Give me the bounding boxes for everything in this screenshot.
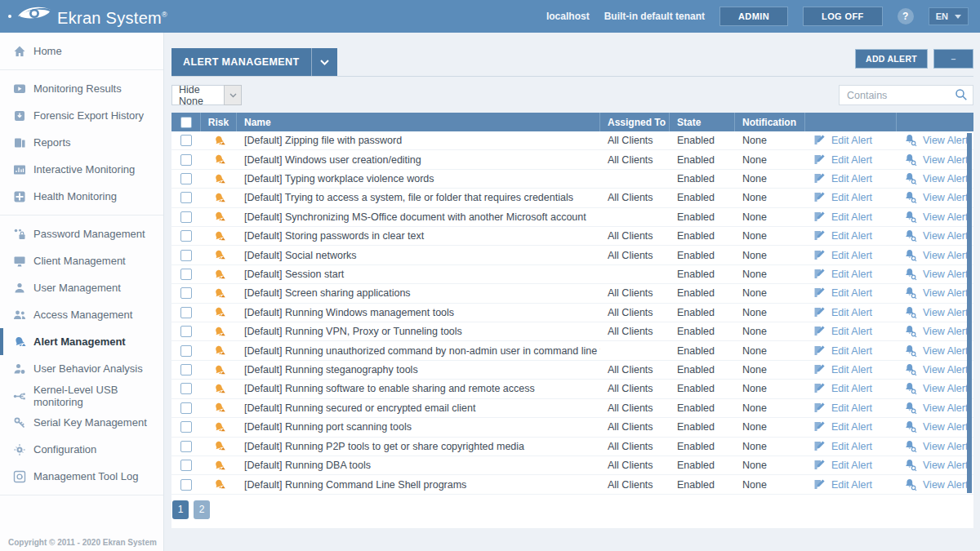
row-checkbox[interactable] — [180, 250, 192, 261]
select-all-checkbox[interactable] — [180, 117, 192, 128]
view-alert-link[interactable]: View Alert — [904, 306, 968, 319]
sidebar-item-interactive-monitoring[interactable]: Interactive Monitoring — [0, 156, 163, 183]
row-checkbox[interactable] — [180, 402, 192, 414]
admin-button[interactable]: ADMIN — [719, 7, 788, 26]
state: Enabled — [670, 438, 735, 455]
pagination-page-1[interactable]: 1 — [172, 500, 189, 519]
view-alert-link[interactable]: View Alert — [904, 363, 968, 376]
view-alert-link[interactable]: View Alert — [904, 191, 968, 204]
edit-alert-link[interactable]: Edit Alert — [813, 344, 872, 358]
sidebar-item-kernel-usb-monitoring[interactable]: Kernel-Level USB monitoring — [0, 382, 163, 409]
language-select[interactable]: EN — [929, 7, 969, 25]
page-tab-alert-management[interactable]: ALERT MANAGEMENT — [172, 48, 337, 76]
pagination-page-2[interactable]: 2 — [194, 500, 210, 519]
edit-alert-link[interactable]: Edit Alert — [813, 440, 872, 453]
edit-alert-link[interactable]: Edit Alert — [813, 268, 872, 281]
row-checkbox[interactable] — [180, 230, 192, 242]
page-menu-dropdown[interactable] — [311, 48, 337, 76]
column-header-assigned-to[interactable]: Assigned To — [600, 113, 670, 131]
row-checkbox[interactable] — [180, 479, 192, 491]
sidebar-item-forensic-export-history[interactable]: Forensic Export History — [0, 102, 163, 129]
row-checkbox[interactable] — [180, 192, 192, 203]
sidebar-item-password-management[interactable]: Password Management — [0, 220, 163, 247]
edit-alert-link[interactable]: Edit Alert — [813, 363, 872, 376]
view-alert-link[interactable]: View Alert — [904, 134, 968, 147]
view-alert-link[interactable]: View Alert — [904, 440, 968, 453]
view-alert-link[interactable]: View Alert — [904, 229, 968, 242]
view-alert-link[interactable]: View Alert — [904, 268, 968, 281]
ekran-logo[interactable]: Ekran System® — [0, 0, 167, 34]
edit-icon — [813, 344, 826, 358]
search-input[interactable] — [839, 85, 973, 105]
sidebar-item-configuration[interactable]: Configuration — [0, 436, 163, 463]
column-header-risk[interactable]: Risk — [201, 113, 237, 131]
row-checkbox[interactable] — [180, 307, 192, 318]
view-alert-link[interactable]: View Alert — [904, 478, 968, 491]
table-scrollbar[interactable] — [967, 133, 972, 493]
hide-filter-select[interactable]: Hide None — [172, 85, 242, 105]
column-header-notification[interactable]: Notification — [735, 113, 805, 131]
sidebar-item-access-management[interactable]: Access Management — [0, 301, 163, 328]
sidebar-item-management-tool-log[interactable]: Management Tool Log — [0, 463, 163, 490]
sidebar-item-health-monitoring[interactable]: Health Monitoring — [0, 183, 163, 210]
row-checkbox[interactable] — [180, 441, 192, 452]
edit-alert-link[interactable]: Edit Alert — [813, 478, 872, 491]
logoff-button[interactable]: LOG OFF — [803, 7, 883, 26]
view-alert-link[interactable]: View Alert — [904, 344, 968, 358]
add-alert-button[interactable]: ADD ALERT — [855, 49, 928, 69]
edit-alert-link[interactable]: Edit Alert — [813, 287, 872, 300]
edit-alert-link[interactable]: Edit Alert — [813, 134, 872, 147]
view-alert-link[interactable]: View Alert — [904, 420, 968, 433]
more-button[interactable]: – — [933, 49, 973, 69]
row-checkbox[interactable] — [180, 421, 192, 433]
search-icon[interactable] — [955, 88, 968, 101]
edit-alert-link[interactable]: Edit Alert — [813, 211, 872, 224]
view-alert-link[interactable]: View Alert — [904, 249, 968, 262]
column-header-name[interactable]: Name — [237, 113, 600, 131]
view-alert-link[interactable]: View Alert — [904, 382, 968, 395]
edit-alert-link[interactable]: Edit Alert — [813, 420, 872, 433]
sidebar-item-client-management[interactable]: Client Management — [0, 247, 163, 274]
sidebar-item-monitoring-results[interactable]: Monitoring Results — [0, 75, 163, 102]
view-alert-link[interactable]: View Alert — [904, 153, 968, 167]
edit-alert-link[interactable]: Edit Alert — [813, 229, 872, 242]
edit-alert-link[interactable]: Edit Alert — [813, 153, 872, 167]
view-alert-link[interactable]: View Alert — [904, 287, 968, 300]
edit-alert-link[interactable]: Edit Alert — [813, 382, 872, 395]
edit-alert-link[interactable]: Edit Alert — [813, 249, 872, 262]
state: Enabled — [670, 265, 735, 283]
view-alert-link[interactable]: View Alert — [904, 325, 968, 338]
edit-alert-link[interactable]: Edit Alert — [813, 191, 872, 204]
row-checkbox[interactable] — [180, 460, 192, 471]
row-checkbox[interactable] — [180, 211, 192, 223]
edit-alert-link[interactable]: Edit Alert — [813, 325, 872, 338]
sidebar-item-user-management[interactable]: User Management — [0, 274, 163, 301]
edit-alert-link[interactable]: Edit Alert — [813, 306, 872, 319]
row-checkbox[interactable] — [180, 326, 192, 337]
sidebar-item-alert-management[interactable]: Alert Management — [0, 328, 163, 355]
row-checkbox[interactable] — [180, 269, 192, 280]
notification: None — [735, 189, 805, 207]
edit-alert-link[interactable]: Edit Alert — [813, 172, 872, 185]
view-icon — [904, 229, 917, 242]
row-checkbox[interactable] — [180, 154, 192, 166]
row-checkbox[interactable] — [180, 135, 192, 146]
edit-alert-link[interactable]: Edit Alert — [813, 459, 872, 472]
risk-cell — [201, 265, 237, 283]
row-checkbox[interactable] — [180, 173, 192, 184]
sidebar-item-serial-key-management[interactable]: Serial Key Management — [0, 409, 163, 436]
column-header-state[interactable]: State — [670, 113, 735, 131]
view-alert-link[interactable]: View Alert — [904, 459, 968, 472]
view-alert-link[interactable]: View Alert — [904, 211, 968, 224]
sidebar-item-user-behavior-analysis[interactable]: User Behavior Analysis — [0, 355, 163, 382]
view-alert-link[interactable]: View Alert — [904, 172, 968, 185]
sidebar-item-reports[interactable]: Reports — [0, 129, 163, 156]
row-checkbox[interactable] — [180, 364, 192, 375]
row-checkbox[interactable] — [180, 383, 192, 394]
edit-alert-link[interactable]: Edit Alert — [813, 402, 872, 415]
row-checkbox[interactable] — [180, 287, 192, 299]
sidebar-item-home[interactable]: Home — [0, 38, 163, 64]
row-checkbox[interactable] — [180, 345, 192, 357]
view-alert-link[interactable]: View Alert — [904, 402, 968, 415]
help-button[interactable]: ? — [898, 8, 914, 24]
